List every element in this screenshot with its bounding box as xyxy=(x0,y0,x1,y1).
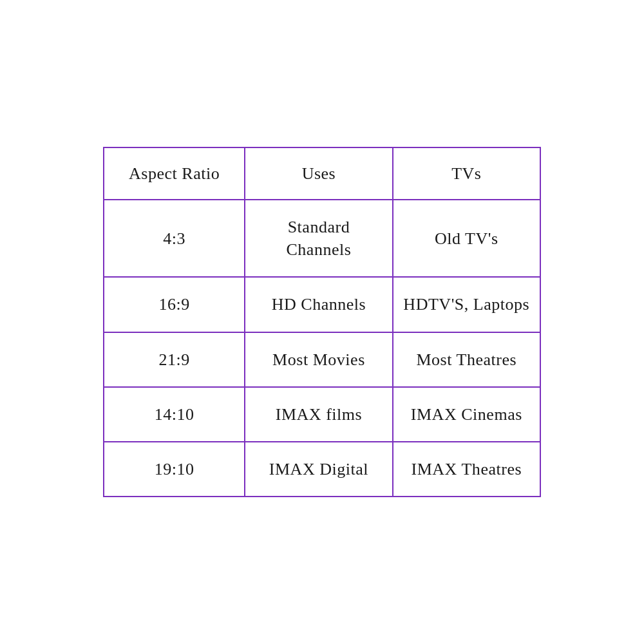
table-row: 21:9 Most Movies Most Theatres xyxy=(104,332,540,387)
table-row: 14:10 IMAX films IMAX Cinemas xyxy=(104,387,540,442)
ratio-19-10: 19:10 xyxy=(104,442,245,497)
uses-4-3: Standard Channels xyxy=(245,200,392,277)
header-uses: Uses xyxy=(245,147,392,200)
devices-21-9: Most Theatres xyxy=(393,332,540,387)
devices-16-9: HDTV'S, Laptops xyxy=(393,277,540,332)
aspect-ratio-table: Aspect Ratio Uses TVs 4:3 Standard Chann… xyxy=(103,147,541,497)
ratio-21-9: 21:9 xyxy=(104,332,245,387)
devices-4-3: Old TV's xyxy=(393,200,540,277)
uses-21-9: Most Movies xyxy=(245,332,392,387)
table-row: 19:10 IMAX Digital IMAX Theatres xyxy=(104,442,540,497)
devices-14-10: IMAX Cinemas xyxy=(393,387,540,442)
ratio-16-9: 16:9 xyxy=(104,277,245,332)
header-aspect-ratio: Aspect Ratio xyxy=(104,147,245,200)
header-tvs: TVs xyxy=(393,147,540,200)
uses-14-10: IMAX films xyxy=(245,387,392,442)
devices-19-10: IMAX Theatres xyxy=(393,442,540,497)
table-header-row: Aspect Ratio Uses TVs xyxy=(104,147,540,200)
table-row: 16:9 HD Channels HDTV'S, Laptops xyxy=(104,277,540,332)
ratio-4-3: 4:3 xyxy=(104,200,245,277)
uses-19-10: IMAX Digital xyxy=(245,442,392,497)
uses-16-9: HD Channels xyxy=(245,277,392,332)
ratio-14-10: 14:10 xyxy=(104,387,245,442)
table-row: 4:3 Standard Channels Old TV's xyxy=(104,200,540,277)
